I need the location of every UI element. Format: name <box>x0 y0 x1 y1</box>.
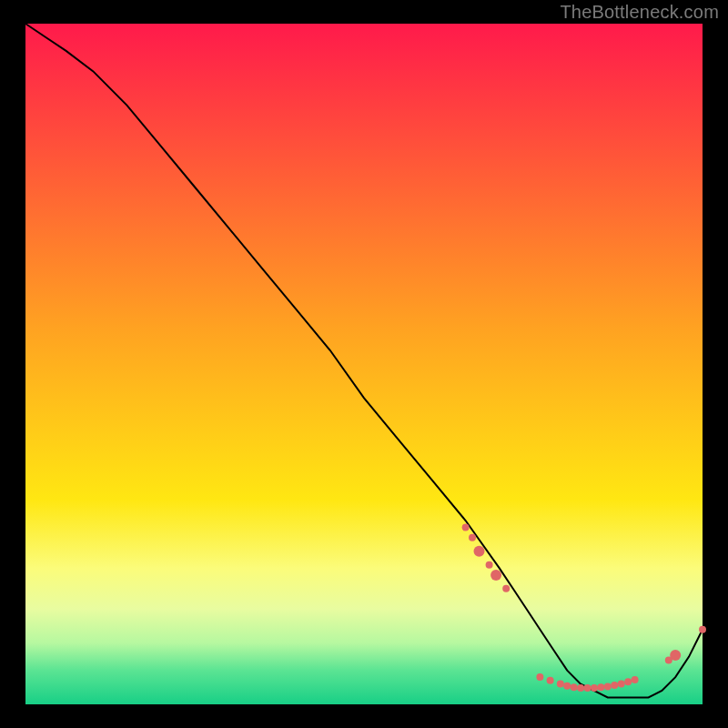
marker-point <box>591 684 598 692</box>
chart-stage: TheBottleneck.com <box>0 0 728 728</box>
marker-point <box>571 683 578 691</box>
marker-point <box>597 683 604 691</box>
marker-point <box>632 676 639 683</box>
marker-point <box>502 585 510 592</box>
marker-point <box>577 684 584 692</box>
marker-point <box>486 561 493 569</box>
marker-point <box>557 681 564 688</box>
marker-point <box>611 682 618 689</box>
gradient-background <box>25 24 703 704</box>
marker-point <box>563 682 571 690</box>
marker-point <box>604 683 612 691</box>
marker-point <box>618 681 625 688</box>
marker-point <box>584 684 592 692</box>
marker-point <box>670 650 681 661</box>
marker-point <box>547 677 554 684</box>
bottleneck-chart <box>0 0 728 728</box>
marker-point <box>624 678 632 685</box>
marker-point <box>536 673 543 681</box>
marker-point <box>462 524 470 531</box>
watermark-text: TheBottleneck.com <box>560 2 719 23</box>
marker-point <box>699 626 706 633</box>
marker-point <box>469 534 476 541</box>
marker-point <box>490 570 501 581</box>
marker-point <box>474 546 485 557</box>
